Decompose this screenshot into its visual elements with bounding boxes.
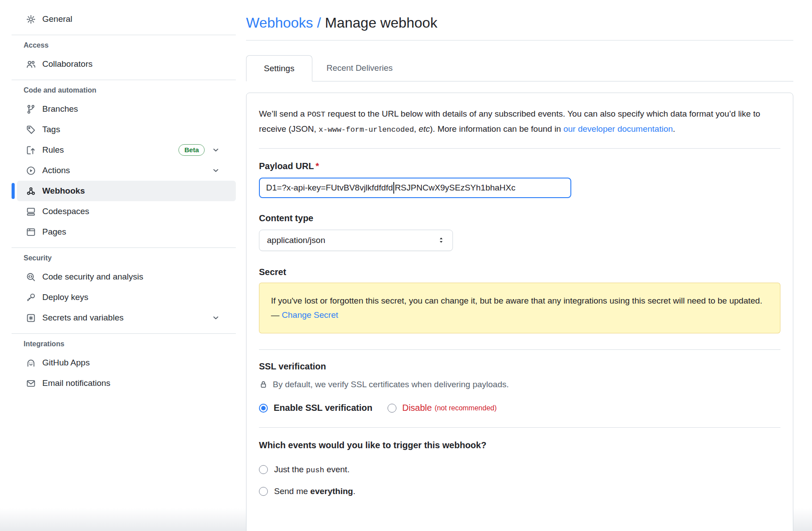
sidebar-item-tags[interactable]: Tags	[17, 119, 236, 140]
event-option-push: Just the push event.	[259, 465, 780, 474]
event-option-everything: Send me everything.	[259, 486, 780, 496]
divider	[12, 247, 236, 248]
key-icon	[26, 293, 36, 302]
active-indicator-bar	[12, 183, 15, 199]
divider	[12, 333, 236, 334]
sidebar-item-label: Collaborators	[42, 59, 93, 69]
breadcrumb-webhooks-link[interactable]: Webhooks /	[246, 15, 321, 31]
sidebar-item-label: Pages	[42, 227, 66, 237]
tab-recent-deliveries[interactable]: Recent Deliveries	[312, 55, 407, 81]
sidebar-item-secrets-variables[interactable]: Secrets and variables	[17, 308, 236, 328]
sidebar-item-label: Email notifications	[42, 378, 110, 388]
sidebar-item-label: Webhooks	[42, 186, 85, 196]
secret-label: Secret	[259, 267, 780, 277]
mail-icon	[26, 379, 36, 388]
content-type-select[interactable]: application/json	[259, 230, 453, 251]
sidebar-item-label: Code security and analysis	[42, 272, 143, 282]
sidebar-item-label: Actions	[42, 166, 70, 175]
required-asterisk: *	[315, 161, 319, 171]
ssl-note-text: By default, we verify SSL certificates w…	[273, 380, 509, 389]
chevron-down-icon[interactable]	[212, 146, 220, 154]
secret-warning-text: If you've lost or forgotten this secret,…	[271, 296, 762, 320]
main-content: Webhooks / Manage webhook Settings Recen…	[246, 0, 793, 531]
divider	[246, 40, 793, 41]
sidebar-item-email-notifications[interactable]: Email notifications	[17, 373, 236, 393]
sidebar-item-collaborators[interactable]: Collaborators	[17, 54, 236, 74]
sidebar-item-webhooks[interactable]: Webhooks	[17, 181, 236, 201]
input-text-after-caret: RSJPNCwX9ySEzSYh1bhaHXc	[395, 183, 515, 193]
developer-docs-link[interactable]: our developer documentation	[563, 124, 673, 134]
divider	[12, 80, 236, 80]
input-text-before-caret: D1=?x-api-key=FUtvBV8vjlkfdfdfd	[266, 183, 393, 193]
disable-ssl-note: (not recommended)	[435, 404, 497, 412]
github-app-icon	[26, 358, 36, 368]
sidebar-section-security: Security	[24, 254, 236, 262]
content-type-value: application/json	[267, 235, 325, 245]
webhook-settings-panel: We’ll send a POST request to the URL bel…	[246, 93, 793, 531]
play-icon	[26, 166, 36, 175]
git-branch-icon	[26, 105, 36, 114]
text-caret	[393, 182, 394, 194]
sidebar-item-label: Rules	[42, 145, 64, 155]
enable-ssl-radio[interactable]	[259, 404, 268, 413]
divider	[259, 148, 780, 149]
tab-settings[interactable]: Settings	[246, 55, 312, 81]
tag-icon	[26, 125, 36, 134]
post-code: POST	[307, 110, 325, 119]
radio-dot	[261, 406, 266, 410]
secret-warning-box: If you've lost or forgotten this secret,…	[259, 283, 780, 334]
just-push-label: Just the push event.	[274, 465, 350, 474]
sidebar-item-codespaces[interactable]: Codespaces	[17, 201, 236, 222]
sidebar-item-github-apps[interactable]: GitHub Apps	[17, 353, 236, 373]
chevron-down-icon[interactable]	[212, 314, 220, 322]
payload-url-label: Payload URL*	[259, 161, 780, 171]
payload-url-input[interactable]: D1=?x-api-key=FUtvBV8vjlkfdfdfdRSJPNCwX9…	[259, 178, 571, 198]
divider	[12, 35, 236, 35]
rules-icon	[26, 146, 36, 155]
divider	[259, 349, 780, 350]
sidebar-item-label: Secrets and variables	[42, 313, 124, 323]
sidebar-section-access: Access	[24, 41, 236, 49]
sidebar-item-actions[interactable]: Actions	[17, 160, 236, 181]
lock-icon	[259, 380, 268, 389]
send-everything-radio[interactable]	[259, 487, 268, 496]
ssl-verification-heading: SSL verification	[259, 361, 780, 372]
sidebar-item-label: General	[42, 14, 73, 24]
events-heading: Which events would you like to trigger t…	[259, 440, 780, 450]
sidebar-section-code-automation: Code and automation	[24, 86, 236, 94]
ssl-note: By default, we verify SSL certificates w…	[259, 380, 780, 389]
ssl-options: Enable SSL verification Disable (not rec…	[259, 403, 780, 413]
webhook-icon	[26, 186, 36, 196]
sidebar-section-integrations: Integrations	[24, 340, 236, 348]
sidebar-item-label: Tags	[42, 125, 60, 134]
sidebar-item-deploy-keys[interactable]: Deploy keys	[17, 287, 236, 308]
content-type-label: Content type	[259, 213, 780, 223]
sidebar-item-rules[interactable]: Rules Beta	[17, 140, 236, 160]
chevron-down-icon[interactable]	[212, 166, 220, 174]
tab-bar: Settings Recent Deliveries	[246, 55, 793, 81]
disable-ssl-radio[interactable]	[388, 404, 396, 413]
select-arrows-icon	[437, 236, 445, 244]
sidebar-item-general[interactable]: General	[17, 9, 236, 29]
just-push-radio[interactable]	[259, 465, 268, 474]
enable-ssl-label: Enable SSL verification	[274, 403, 372, 413]
push-code: push	[306, 466, 324, 474]
sidebar-item-label: Codespaces	[42, 207, 89, 216]
gear-icon	[26, 15, 36, 24]
asterisk-box-icon	[26, 313, 36, 323]
sidebar-item-label: GitHub Apps	[42, 358, 90, 368]
code-scan-icon	[26, 272, 36, 282]
codespaces-icon	[26, 207, 36, 216]
browser-window-icon	[26, 227, 36, 237]
page-title: Webhooks / Manage webhook	[246, 15, 793, 31]
intro-text: We’ll send a POST request to the URL bel…	[259, 106, 780, 137]
change-secret-link[interactable]: Change Secret	[282, 310, 338, 320]
sidebar-item-pages[interactable]: Pages	[17, 222, 236, 242]
sidebar-item-label: Deploy keys	[42, 292, 89, 302]
sidebar-item-code-security[interactable]: Code security and analysis	[17, 267, 236, 287]
send-everything-label: Send me everything.	[274, 486, 356, 496]
people-icon	[26, 60, 36, 69]
settings-sidebar: General Access Collaborators Code and au…	[12, 9, 236, 393]
sidebar-item-branches[interactable]: Branches	[17, 99, 236, 119]
disable-ssl-label: Disable	[402, 403, 432, 413]
